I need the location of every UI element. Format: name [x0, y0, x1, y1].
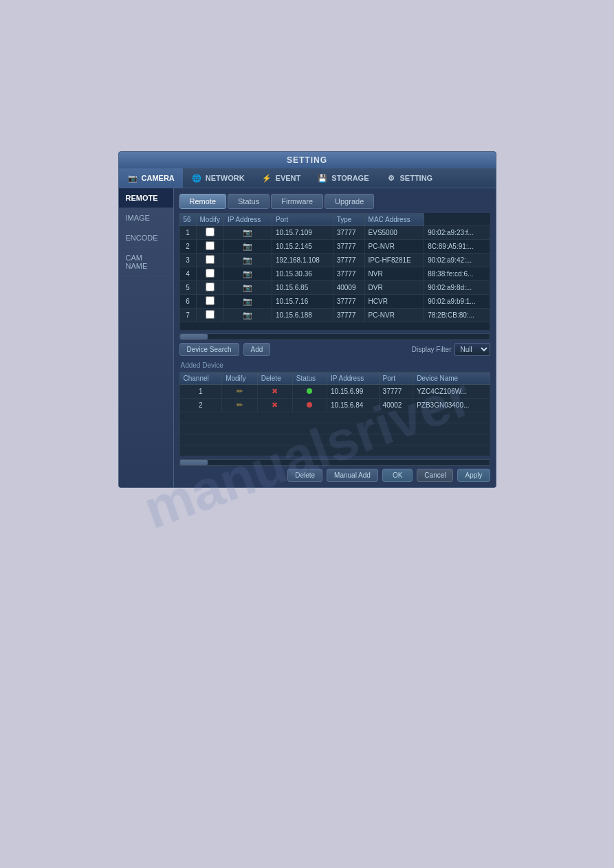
device-row-mac: 78:2B:CB:80:...	[424, 309, 490, 322]
device-row-mac: 90:02:a9:23:f...	[424, 226, 490, 240]
device-row-ip: 10.15.7.16	[272, 295, 333, 309]
sidebar-remote-label: REMOTE	[126, 194, 158, 202]
nav-camera-label: CAMERA	[142, 174, 175, 182]
apply-button[interactable]: Apply	[457, 469, 490, 482]
delete-button[interactable]: Delete	[287, 469, 322, 482]
col-header-port: Port	[272, 214, 333, 226]
device-row-check[interactable]	[196, 226, 223, 240]
device-row-mac: 88:38:fe:cd:6...	[424, 267, 490, 281]
device-row-check[interactable]	[196, 254, 223, 267]
added-row-modify[interactable]: ✏	[222, 385, 258, 399]
added-col-devicename: Device Name	[413, 372, 490, 385]
device-row-port: 37777	[333, 295, 364, 309]
nav-event[interactable]: ⚡ EVENT	[253, 168, 309, 188]
nav-network[interactable]: 🌐 NETWORK	[183, 168, 253, 188]
add-button[interactable]: Add	[243, 343, 271, 356]
device-row-port: 40009	[333, 281, 364, 295]
device-search-table: 56 Modify IP Address Port Type MAC Addre…	[179, 213, 490, 331]
added-device-table: Channel Modify Delete Status IP Address …	[179, 372, 490, 456]
added-device-empty-row	[179, 423, 490, 434]
added-row-channel: 2	[179, 399, 222, 412]
device-row-ip: 192.168.1.108	[272, 254, 333, 267]
added-row-delete[interactable]: ✖	[257, 385, 292, 399]
device-row-port: 37777	[333, 254, 364, 267]
device-row-check[interactable]	[196, 295, 223, 309]
device-row-camicon: 📷	[223, 240, 272, 254]
added-device-row: 1 ✏ ✖ 10.15.6.99 37777 YZC4CZ106W...	[179, 385, 490, 399]
added-row-name: YZC4CZ106W...	[413, 385, 490, 399]
device-table-scrollbar[interactable]	[179, 333, 490, 340]
col-header-modify: Modify	[196, 214, 223, 226]
device-row-type: PC-NVR	[364, 240, 424, 254]
device-row-type: IPC-HF8281E	[364, 254, 424, 267]
added-col-delete: Delete	[257, 372, 292, 385]
device-table-row: 7 📷 10.15.6.188 37777 PC-NVR 78:2B:CB:80…	[179, 309, 490, 322]
device-row-camicon: 📷	[223, 281, 272, 295]
device-row-mac: 90:02:a9:8d:...	[424, 281, 490, 295]
nav-network-label: NETWORK	[206, 174, 245, 182]
tab-upgrade[interactable]: Upgrade	[325, 194, 374, 209]
device-row-camicon: 📷	[223, 309, 272, 322]
nav-bar: 📷 CAMERA 🌐 NETWORK ⚡ EVENT 💾 STORAGE ⚙ S…	[119, 168, 496, 188]
device-row-check[interactable]	[196, 309, 223, 322]
device-row-check[interactable]	[196, 267, 223, 281]
device-row-mac: 90:02:a9:42:...	[424, 254, 490, 267]
storage-nav-icon: 💾	[317, 173, 328, 183]
device-row-ip: 10.15.6.85	[272, 281, 333, 295]
ok-button[interactable]: OK	[382, 469, 413, 482]
added-table-scroll-thumb	[180, 460, 208, 465]
added-device-row: 2 ✏ ✖ 10.15.6.84 40002 PZB3GN03400...	[179, 399, 490, 412]
nav-setting[interactable]: ⚙ SETTING	[377, 168, 441, 188]
camera-nav-icon: 📷	[127, 173, 138, 183]
device-table-row: 5 📷 10.15.6.85 40009 DVR 90:02:a9:8d:...	[179, 281, 490, 295]
manual-add-button[interactable]: Manual Add	[327, 469, 378, 482]
added-row-port: 40002	[379, 399, 413, 412]
added-col-ip: IP Address	[327, 372, 380, 385]
added-row-delete[interactable]: ✖	[257, 399, 292, 412]
sidebar: REMOTE IMAGE ENCODE CAM NAME	[119, 188, 174, 487]
device-table-row: 3 📷 192.168.1.108 37777 IPC-HF8281E 90:0…	[179, 254, 490, 267]
event-nav-icon: ⚡	[261, 173, 272, 183]
added-table-scrollbar[interactable]	[179, 459, 490, 466]
display-filter-select[interactable]: Null All DVR NVR IPC	[454, 343, 490, 356]
nav-camera[interactable]: 📷 CAMERA	[119, 168, 183, 188]
added-device-empty-row	[179, 434, 490, 445]
device-row-mac: 8C:89:A5:91:...	[424, 240, 490, 254]
device-row-type: HCVR	[364, 295, 424, 309]
sidebar-item-encode[interactable]: ENCODE	[119, 228, 173, 248]
device-row-num: 5	[179, 281, 196, 295]
sidebar-item-image[interactable]: IMAGE	[119, 208, 173, 228]
added-row-modify[interactable]: ✏	[222, 399, 258, 412]
device-row-ip: 10.15.30.36	[272, 267, 333, 281]
device-row-check[interactable]	[196, 281, 223, 295]
device-search-button[interactable]: Device Search	[179, 343, 239, 356]
added-row-status	[292, 399, 327, 412]
setting-window: SETTING 📷 CAMERA 🌐 NETWORK ⚡ EVENT 💾 STO…	[118, 151, 496, 488]
cancel-button[interactable]: Cancel	[417, 469, 453, 482]
device-row-port: 37777	[333, 226, 364, 240]
col-header-mac: MAC Address	[364, 214, 424, 226]
col-header-type: Type	[333, 214, 364, 226]
added-col-modify: Modify	[222, 372, 258, 385]
device-table-scroll-thumb	[180, 334, 208, 340]
sidebar-encode-label: ENCODE	[126, 234, 158, 242]
sidebar-item-camname[interactable]: CAM NAME	[119, 248, 173, 276]
tab-status[interactable]: Status	[228, 194, 270, 209]
device-table-row: 4 📷 10.15.30.36 37777 NVR 88:38:fe:cd:6.…	[179, 267, 490, 281]
device-row-num: 7	[179, 309, 196, 322]
main-panel: Remote Status Firmware Upgrade 56 Modify	[174, 188, 496, 487]
nav-setting-label: SETTING	[400, 174, 433, 182]
nav-storage[interactable]: 💾 STORAGE	[309, 168, 377, 188]
tab-firmware[interactable]: Firmware	[271, 194, 323, 209]
sidebar-item-remote[interactable]: REMOTE	[119, 188, 173, 208]
device-row-ip: 10.15.2.145	[272, 240, 333, 254]
col-header-ip: IP Address	[223, 214, 272, 226]
network-nav-icon: 🌐	[191, 173, 202, 183]
device-row-num: 6	[179, 295, 196, 309]
added-row-ip: 10.15.6.99	[327, 385, 380, 399]
device-row-check[interactable]	[196, 240, 223, 254]
device-row-mac: 90:02:a9:b9:1...	[424, 295, 490, 309]
added-row-channel: 1	[179, 385, 222, 399]
added-row-name: PZB3GN03400...	[413, 399, 490, 412]
tab-remote[interactable]: Remote	[179, 194, 227, 209]
